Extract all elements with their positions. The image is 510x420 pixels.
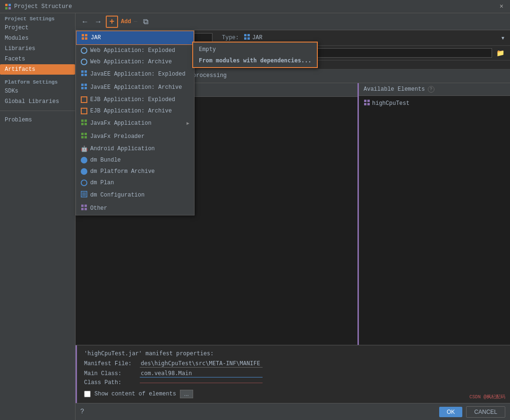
jar-menu-item-dm-bundle[interactable]: dm Bundle (76, 154, 194, 166)
jar-menu-item-jar[interactable]: JAR (76, 31, 194, 45)
sidebar-item-project[interactable]: Project (0, 23, 75, 33)
jar-menu-item-other[interactable]: Other (76, 202, 194, 215)
svg-rect-37 (85, 208, 87, 210)
footer: ? OK CANCEL (76, 403, 510, 420)
available-item[interactable]: highCpuTest (361, 98, 508, 109)
manifest-file-input[interactable] (140, 360, 263, 368)
ejb-archive-label: EJB Application: Archive (90, 108, 172, 114)
purple-bar-left (76, 345, 77, 403)
available-elements-pane: Available Elements ? high (359, 83, 510, 345)
close-button[interactable]: × (498, 3, 505, 10)
svg-rect-28 (81, 133, 84, 135)
help-button[interactable]: ? (80, 408, 84, 415)
svg-rect-25 (85, 120, 87, 122)
sidebar-item-problems[interactable]: Problems (0, 115, 75, 125)
type-label: Type: (222, 34, 239, 41)
jar-menu-item-dm-platform[interactable]: dm Platform Archive (76, 166, 194, 177)
android-label: Android Application (90, 146, 155, 152)
manifest-file-row: Manifest File: (84, 360, 503, 368)
sidebar-item-label: Libraries (5, 45, 35, 52)
jar-menu-item-dm-plan[interactable]: dm Plan (76, 177, 194, 189)
sidebar-item-libraries[interactable]: Libraries (0, 43, 75, 54)
other-icon (81, 204, 87, 213)
type-dropdown-button[interactable]: ▼ (501, 35, 505, 41)
jar-menu-item-web-exploded[interactable]: Web Application: Exploded (76, 45, 194, 56)
available-elements-title: Available Elements (364, 86, 425, 93)
javafx-app-icon (81, 119, 87, 128)
jar-menu-item-ejb-archive[interactable]: EJB Application: Archive (76, 105, 194, 117)
sidebar-item-global-libraries[interactable]: Global Libraries (0, 96, 75, 107)
svg-rect-33 (82, 192, 86, 196)
svg-rect-4 (244, 34, 246, 36)
jar-menu-item-ejb-exploded[interactable]: EJB Application: Exploded (76, 94, 194, 105)
svg-rect-34 (81, 205, 84, 207)
browse-folder-button[interactable]: 📁 (495, 48, 505, 58)
javafx-preloader-icon (81, 132, 87, 141)
dm-bundle-icon (81, 157, 87, 163)
javaee-exploded-label: JavaEE Application: Exploded (90, 71, 186, 77)
available-elements-header: Available Elements ? (359, 83, 510, 96)
svg-rect-17 (85, 70, 87, 73)
jar-menu-item-dm-config[interactable]: dm Configuration (76, 189, 194, 202)
manifest-file-label: Manifest File: (84, 360, 136, 367)
copy-button[interactable]: ⧉ (140, 16, 152, 27)
svg-rect-0 (5, 4, 8, 6)
type-value: JAR (244, 34, 263, 42)
sidebar-item-artifacts[interactable]: Artifacts (0, 64, 75, 75)
sidebar-item-facets[interactable]: Facets (0, 54, 75, 64)
watermark: CSDN @枫杞配码 (469, 394, 505, 400)
show-content-checkbox[interactable] (84, 391, 91, 397)
sidebar-item-label: Facets (5, 56, 25, 62)
from-modules-menu: Empty From modules with dependencies... (192, 42, 318, 68)
other-label: Other (90, 205, 107, 212)
ejb-exploded-label: EJB Application: Exploded (90, 96, 175, 103)
jar-menu-item-javaee-exploded[interactable]: JavaEE Application: Exploded (76, 68, 194, 81)
sidebar-item-sdks[interactable]: SDKs (0, 86, 75, 96)
sidebar-item-label: Problems (5, 117, 32, 123)
cancel-button[interactable]: CANCEL (466, 406, 505, 418)
class-path-row: Class Path: (84, 379, 503, 386)
web-exploded-icon (81, 47, 87, 54)
available-item-label: highCpuTest (372, 100, 409, 107)
svg-rect-18 (81, 74, 84, 76)
platform-settings-section: Platform Settings (0, 75, 75, 86)
show-content-label: Show content of elements (94, 391, 176, 397)
svg-rect-5 (247, 34, 250, 36)
svg-rect-16 (81, 70, 84, 73)
empty-option[interactable]: Empty (193, 43, 317, 55)
sidebar-item-modules[interactable]: Modules (0, 33, 75, 43)
jar-menu-item-javafx-app[interactable]: JavaFx Application ▶ (76, 117, 194, 130)
dm-platform-icon (81, 168, 87, 175)
javaee-archive-icon (81, 83, 87, 92)
manifest-title: 'highCpuTest.jar' manifest properties: (84, 350, 503, 357)
ok-button[interactable]: OK (439, 407, 462, 417)
artifact-toolbar: ← → + Add — ⧉ (76, 13, 510, 30)
from-modules-option[interactable]: From modules with dependencies... (193, 55, 317, 66)
svg-rect-13 (85, 34, 87, 36)
add-button[interactable]: + (106, 16, 118, 28)
svg-rect-6 (244, 37, 246, 40)
dm-plan-icon (81, 180, 87, 186)
jar-menu-item-android[interactable]: 🤖 Android Application (76, 143, 194, 154)
window-title: Project Structure (14, 3, 72, 10)
jar-menu-item-javafx-preloader[interactable]: JavaFx Preloader (76, 130, 194, 143)
dm-bundle-label: dm Bundle (90, 157, 121, 163)
svg-rect-30 (81, 136, 84, 138)
dots-button[interactable]: ... (180, 390, 193, 398)
forward-button[interactable]: → (93, 16, 104, 27)
svg-rect-27 (85, 123, 87, 125)
sidebar-item-label: Modules (5, 35, 28, 42)
svg-rect-23 (85, 87, 87, 89)
main-class-label: Main Class: (84, 370, 136, 377)
main-class-input[interactable] (140, 369, 263, 377)
back-button[interactable]: ← (79, 16, 91, 27)
sidebar: Project Settings Project Modules Librari… (0, 13, 76, 420)
javafx-app-label: JavaFx Application (90, 120, 184, 127)
svg-rect-35 (85, 205, 87, 207)
javafx-preloader-label: JavaFx Preloader (90, 133, 144, 140)
jar-menu-item-javaee-archive[interactable]: JavaEE Application: Archive (76, 81, 194, 94)
web-archive-label: Web Application: Archive (90, 59, 172, 65)
sidebar-item-label: Project (5, 25, 28, 31)
jar-menu-item-web-archive[interactable]: Web Application: Archive (76, 56, 194, 68)
module-icon (364, 99, 370, 108)
